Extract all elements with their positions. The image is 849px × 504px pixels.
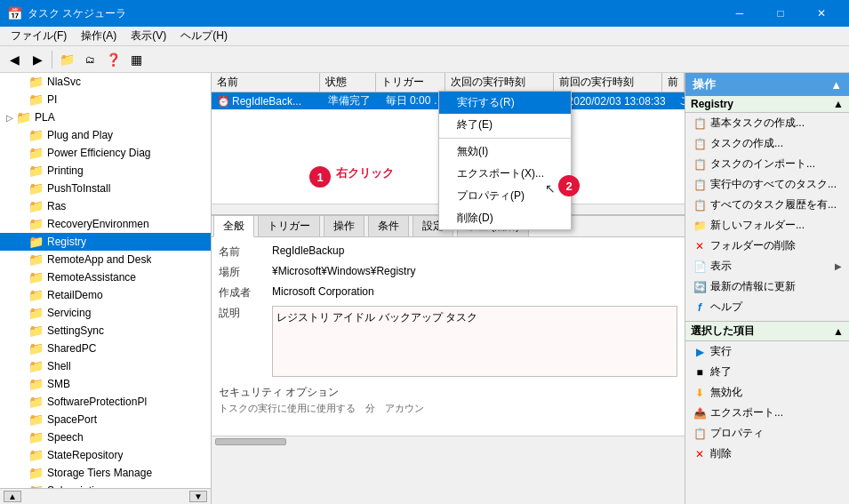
right-action-create-task[interactable]: 📋 タスクの作成... bbox=[685, 133, 849, 154]
minimize-button[interactable]: ─ bbox=[719, 0, 760, 27]
tree-item-spaceport[interactable]: 📁 SpacePort bbox=[0, 411, 211, 428]
tree-item-registry[interactable]: 📁 Registry bbox=[0, 233, 211, 251]
tree-scroll-down[interactable]: ▼ bbox=[189, 491, 207, 502]
right-action-disable-selected[interactable]: ⬇ 無効化 bbox=[685, 382, 849, 403]
right-action-delete-selected[interactable]: ✕ 削除 bbox=[685, 444, 849, 464]
close-button[interactable]: ✕ bbox=[801, 0, 842, 27]
selected-section-collapse[interactable]: ▲ bbox=[833, 325, 844, 338]
delete-selected-icon: ✕ bbox=[693, 447, 707, 461]
expand-shell bbox=[16, 360, 28, 372]
tree-item-pla[interactable]: ▷ 📁 PLA bbox=[0, 108, 211, 126]
selected-section-header: 選択した項目 ▲ bbox=[685, 321, 849, 341]
right-action-all-history[interactable]: 📋 すべてのタスク履歴を有... bbox=[685, 195, 849, 215]
tree-item-recoveryenv[interactable]: 📁 RecoveryEnvironmen bbox=[0, 215, 211, 233]
tree-item-pi[interactable]: 📁 PI bbox=[0, 91, 211, 108]
right-action-export-selected[interactable]: 📤 エクスポート... bbox=[685, 403, 849, 423]
tab-actions[interactable]: 操作 bbox=[324, 215, 364, 236]
tree-item-plugandplay[interactable]: 📁 Plug and Play bbox=[0, 126, 211, 144]
expand-registry bbox=[16, 236, 28, 248]
tree-item-storagetiermgr[interactable]: 📁 Storage Tiers Manage bbox=[0, 464, 211, 482]
right-action-refresh[interactable]: 🔄 最新の情報に更新 bbox=[685, 276, 849, 297]
expand-plugandplay bbox=[16, 129, 28, 141]
tree-item-sharedpc[interactable]: 📁 SharedPC bbox=[0, 340, 211, 357]
right-action-all-running[interactable]: 📋 実行中のすべてのタスク... bbox=[685, 174, 849, 195]
registry-section-collapse[interactable]: ▲ bbox=[833, 98, 844, 110]
all-history-label: すべてのタスク履歴を有... bbox=[710, 197, 837, 212]
col-header-trigger[interactable]: トリガー bbox=[376, 73, 445, 92]
tree-item-nlasvc[interactable]: 📁 NlaSvc bbox=[0, 73, 211, 91]
tab-triggers[interactable]: トリガー bbox=[258, 215, 320, 236]
expand-sharedpc bbox=[16, 342, 28, 355]
right-action-run-selected[interactable]: ▶ 実行 bbox=[685, 341, 849, 362]
right-action-import[interactable]: 📋 タスクのインポート... bbox=[685, 154, 849, 174]
detail-hscroll-thumb[interactable] bbox=[215, 438, 286, 445]
menu-view[interactable]: 表示(V) bbox=[124, 27, 173, 45]
tree-item-remoteapp[interactable]: 📁 RemoteApp and Desk bbox=[0, 251, 211, 268]
detail-desc-container: レジストリ アイドル バックアップ タスク bbox=[272, 306, 677, 380]
col-header-next[interactable]: 次回の実行時刻 bbox=[445, 73, 554, 92]
tree-item-staterepository[interactable]: 📁 StateRepository bbox=[0, 446, 211, 464]
tree-item-pushtinstall[interactable]: 📁 PushToInstall bbox=[0, 180, 211, 197]
menu-action[interactable]: 操作(A) bbox=[74, 27, 124, 45]
tree-item-shell[interactable]: 📁 Shell bbox=[0, 357, 211, 375]
folder-icon-nlasvc: 📁 bbox=[28, 75, 44, 89]
col-header-status[interactable]: 状態 bbox=[320, 73, 376, 92]
context-menu-run[interactable]: 実行する(R) bbox=[439, 92, 571, 114]
col-header-name[interactable]: 名前 bbox=[212, 73, 320, 92]
tree-item-remoteassist[interactable]: 📁 RemoteAssistance bbox=[0, 268, 211, 286]
toolbar-info[interactable]: ❓ bbox=[102, 49, 124, 70]
tree-item-smb[interactable]: 📁 SMB bbox=[0, 375, 211, 393]
detail-desc-textarea[interactable]: レジストリ アイドル バックアップ タスク bbox=[272, 306, 677, 377]
expand-speech bbox=[16, 431, 28, 444]
right-action-help[interactable]: f ヘルプ bbox=[685, 297, 849, 317]
context-menu-disable[interactable]: 無効(I) bbox=[439, 140, 571, 163]
context-menu-delete[interactable]: 削除(D) bbox=[439, 207, 571, 229]
folder-icon-staterepository: 📁 bbox=[28, 448, 44, 462]
toolbar-back[interactable]: ◀ bbox=[4, 49, 25, 70]
tree-scroll-up[interactable]: ▲ bbox=[4, 491, 21, 502]
tree-item-retaildemo[interactable]: 📁 RetailDemo bbox=[0, 286, 211, 304]
detail-location-row: 場所 ¥Microsoft¥Windows¥Registry bbox=[219, 265, 677, 280]
right-action-end-selected[interactable]: ■ 終了 bbox=[685, 362, 849, 382]
folder-icon-remoteapp: 📁 bbox=[28, 252, 44, 267]
menu-help[interactable]: ヘルプ(H) bbox=[173, 27, 235, 45]
tab-conditions[interactable]: 条件 bbox=[368, 215, 409, 236]
registry-section-header: Registry ▲ bbox=[685, 96, 849, 113]
menu-file[interactable]: ファイル(F) bbox=[4, 27, 74, 45]
detail-hscroll[interactable] bbox=[212, 436, 685, 446]
right-action-properties-selected[interactable]: 📋 プロパティ bbox=[685, 423, 849, 444]
maximize-button[interactable]: □ bbox=[760, 0, 801, 27]
right-panel-collapse-icon[interactable]: ▲ bbox=[830, 78, 842, 92]
right-action-create-basic[interactable]: 📋 基本タスクの作成... bbox=[685, 113, 849, 133]
tree-item-speech[interactable]: 📁 Speech bbox=[0, 428, 211, 446]
right-action-view[interactable]: 📄 表示 ▶ bbox=[685, 256, 849, 276]
tree-label-recoveryenv: RecoveryEnvironmen bbox=[47, 218, 149, 230]
tab-general[interactable]: 全般 bbox=[213, 215, 254, 237]
toolbar-grid[interactable]: ▦ bbox=[125, 49, 147, 70]
folder-icon-speech: 📁 bbox=[28, 430, 44, 444]
tree-item-softwareprot[interactable]: 📁 SoftwareProtectionPl bbox=[0, 393, 211, 411]
context-menu: 実行する(R) 終了(E) 無効(I) エクスポート(X)... プロパティ(P… bbox=[438, 91, 572, 230]
col-header-last[interactable]: 前 bbox=[662, 73, 685, 92]
col-header-prev[interactable]: 前回の実行時刻 bbox=[554, 73, 662, 92]
toolbar-folder2[interactable]: 🗂 bbox=[79, 49, 100, 70]
toolbar-separator-1 bbox=[52, 51, 52, 68]
task-cell-prev: 2020/02/03 13:08:33 bbox=[563, 94, 674, 108]
tree-item-printing[interactable]: 📁 Printing bbox=[0, 162, 211, 180]
right-action-new-folder[interactable]: 📁 新しいフォルダー... bbox=[685, 215, 849, 236]
tree-panel: 📁 NlaSvc 📁 PI ▷ 📁 PLA 📁 Plug and Play 📁 bbox=[0, 73, 212, 504]
tree-item-settingsync[interactable]: 📁 SettingSync bbox=[0, 322, 211, 340]
tree-inner[interactable]: 📁 NlaSvc 📁 PI ▷ 📁 PLA 📁 Plug and Play 📁 bbox=[0, 73, 211, 488]
expand-storagetiermgr bbox=[16, 467, 28, 479]
tree-label-ras: Ras bbox=[47, 200, 66, 212]
toolbar-folder1[interactable]: 📁 bbox=[56, 49, 77, 70]
context-menu-end[interactable]: 終了(E) bbox=[439, 114, 571, 136]
tree-item-powerefficiency[interactable]: 📁 Power Efficiency Diag bbox=[0, 144, 211, 162]
tree-item-subscription[interactable]: 📁 Subscription bbox=[0, 482, 211, 488]
expand-ras bbox=[16, 200, 28, 212]
toolbar-forward[interactable]: ▶ bbox=[27, 49, 48, 70]
tree-item-servicing[interactable]: 📁 Servicing bbox=[0, 304, 211, 322]
title-bar-left: 📅 タスク スケジューラ bbox=[7, 6, 126, 21]
right-action-delete-folder[interactable]: ✕ フォルダーの削除 bbox=[685, 236, 849, 256]
tree-item-ras[interactable]: 📁 Ras bbox=[0, 197, 211, 215]
